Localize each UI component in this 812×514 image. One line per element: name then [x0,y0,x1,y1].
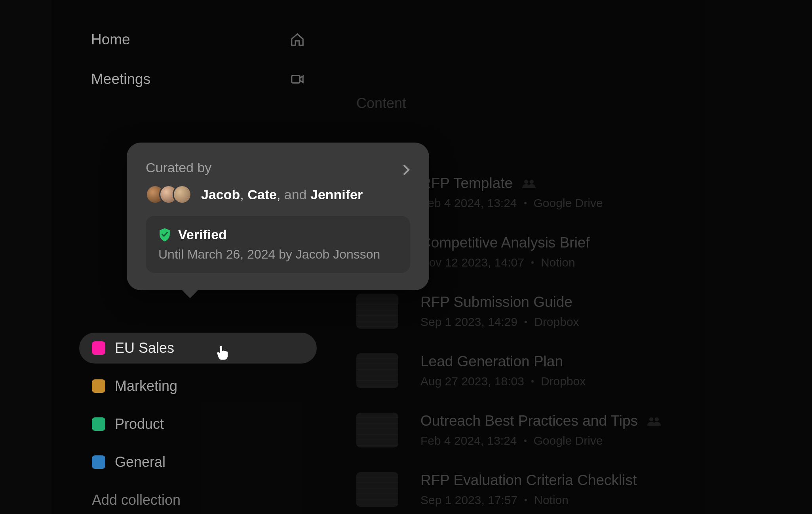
nav-home[interactable]: Home [51,20,344,59]
content-item[interactable]: Outreach Best Practices and TipsFeb 4 20… [356,413,800,447]
collection-label: Marketing [115,378,177,394]
collection-label: EU Sales [115,340,174,356]
content-subline: Sep 1 2023, 17:57Notion [420,493,637,507]
content-subline: Feb 4 2024, 13:24Google Drive [420,434,662,447]
content-date: Feb 4 2024, 13:24 [420,434,517,447]
svg-point-1 [524,180,528,184]
content-meta: RFP Submission GuideSep 1 2023, 14:29Dro… [420,294,579,329]
content-date: Nov 12 2023, 14:07 [420,256,524,269]
sidebar: Home Meetings Curated by [51,0,344,514]
shared-users-icon [521,178,537,188]
collections-list: EU Sales Marketing Product General Add c… [51,333,344,514]
content-item[interactable]: RFP Evaluation Criteria ChecklistSep 1 2… [356,472,800,507]
shield-check-icon [158,228,171,242]
curated-by-row[interactable]: Curated by [146,160,410,175]
color-swatch [92,417,105,431]
verified-detail: Until March 26, 2024 by Jacob Jonsson [158,247,397,262]
document-thumbnail [356,413,398,447]
content-date: Sep 1 2023, 17:57 [420,493,517,507]
separator-dot [524,440,527,442]
content-subline: Feb 4 2024, 13:24Google Drive [420,196,603,210]
content-date: Feb 4 2024, 13:24 [420,196,517,210]
content-title: RFP Submission Guide [420,294,572,310]
nav-meetings-label: Meetings [91,71,150,88]
verified-title: Verified [178,227,227,242]
content-meta: RFP TemplateFeb 4 2024, 13:24Google Driv… [420,175,603,210]
nav-meetings[interactable]: Meetings [51,59,344,99]
content-meta: RFP Evaluation Criteria ChecklistSep 1 2… [420,472,637,507]
avatar [173,185,192,204]
content-subline: Nov 12 2023, 14:07Notion [420,256,590,269]
content-source: Dropbox [534,315,579,329]
content-title: Lead Generation Plan [420,353,563,370]
content-title: Outreach Best Practices and Tips [420,413,638,429]
content-source: Notion [534,493,569,507]
content-meta: Outreach Best Practices and TipsFeb 4 20… [420,413,662,447]
collection-label: Product [115,416,164,432]
content-item[interactable]: RFP Submission GuideSep 1 2023, 14:29Dro… [356,294,800,329]
curated-by-label: Curated by [146,160,211,175]
content-source: Notion [541,256,575,269]
content-subline: Aug 27 2023, 18:03Dropbox [420,375,586,388]
content-title: RFP Evaluation Criteria Checklist [420,472,637,489]
collection-item-product[interactable]: Product [79,409,317,440]
svg-point-2 [530,180,534,184]
separator-dot [524,202,527,204]
content-subline: Sep 1 2023, 14:29Dropbox [420,315,579,329]
content-title: Competitive Analysis Brief [420,234,590,251]
color-swatch [92,341,105,355]
document-thumbnail [356,353,398,388]
document-thumbnail [356,472,398,507]
add-collection-label: Add collection [92,492,181,508]
svg-point-4 [655,417,659,421]
curator-avatars [146,185,192,204]
svg-rect-0 [292,76,300,83]
verified-card: Verified Until March 26, 2024 by Jacob J… [146,216,410,273]
separator-dot [531,261,534,264]
content-meta: Competitive Analysis BriefNov 12 2023, 1… [420,234,590,269]
content-title: RFP Template [420,175,513,192]
nav-home-label: Home [91,31,130,48]
content-heading: Content [356,95,800,112]
content-date: Aug 27 2023, 18:03 [420,375,524,388]
document-thumbnail [356,294,398,329]
video-icon [290,72,305,87]
collection-item-general[interactable]: General [79,447,317,478]
chevron-right-icon [402,164,410,172]
content-source: Google Drive [534,196,603,210]
content-item[interactable]: Lead Generation PlanAug 27 2023, 18:03Dr… [356,353,800,388]
svg-point-3 [649,417,653,421]
separator-dot [531,380,534,383]
color-swatch [92,379,105,393]
curated-popover: Curated by Jacob, Cate, and Jennifer [127,143,429,290]
content-source: Google Drive [534,434,603,447]
color-swatch [92,455,105,469]
content-source: Dropbox [541,375,586,388]
curator-names: Jacob, Cate, and Jennifer [201,187,363,202]
add-collection-button[interactable]: Add collection [79,485,317,514]
content-meta: Lead Generation PlanAug 27 2023, 18:03Dr… [420,353,586,388]
content-date: Sep 1 2023, 14:29 [420,315,517,329]
shared-users-icon [647,416,662,426]
collection-label: General [115,454,165,470]
separator-dot [525,499,527,501]
separator-dot [525,321,527,323]
curators-row: Jacob, Cate, and Jennifer [146,185,410,204]
home-icon [290,32,305,47]
collection-item-marketing[interactable]: Marketing [79,371,317,402]
left-rail [0,0,51,514]
collection-item-eu-sales[interactable]: EU Sales [79,333,317,364]
